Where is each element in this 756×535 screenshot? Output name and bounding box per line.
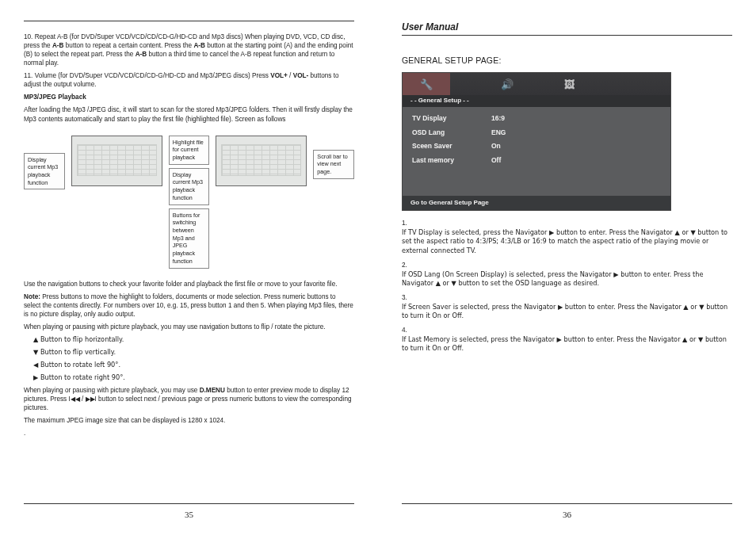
video-icon: 🖼	[564, 78, 575, 92]
note-label: Note:	[24, 293, 40, 300]
mp3-heading: MP3/JPEG Playback	[24, 93, 354, 101]
page-36: User Manual GENERAL SETUP PAGE: 🔧 🔊 🖼 - …	[378, 0, 756, 535]
callout-col-1: Display current Mp3 playback function	[24, 136, 65, 190]
callout-col-3: Scroll bar to view next page.	[313, 136, 354, 179]
item-10-label: 10. Repeat A-B	[24, 33, 70, 40]
preview-paragraph: When playing or pausing with picture pla…	[24, 386, 354, 412]
callout-col-2: Highlight file for current playback Disp…	[169, 136, 210, 269]
item-text: If OSD Lang (On Screen Display) is selec…	[402, 270, 704, 287]
setup-val: Off	[491, 156, 501, 165]
top-rule	[402, 35, 732, 36]
callout-display-mp3: Display current Mp3 playback function	[169, 168, 210, 205]
nav-check: Use the navigation buttons to check your…	[24, 280, 354, 289]
note-paragraph: Note: Press buttons to move the highligh…	[24, 292, 354, 319]
item-10-mid: button to repeat a certain content. Pres…	[64, 42, 194, 49]
setup-key: Last memory	[412, 156, 491, 165]
page-number: 36	[402, 504, 732, 521]
vol-plus: VOL+	[270, 72, 288, 79]
item-text: If Last Memory is selected, press the Na…	[402, 335, 727, 352]
btn-right: ▶ Button to rotate right 90°.	[24, 373, 354, 382]
volume-paragraph: 11. Volume (for DVD/Super VCD/VCD/CD/CD-…	[24, 71, 354, 89]
item-text: If TV Display is selected, press the Nav…	[402, 228, 727, 254]
wrench-icon: 🔧	[420, 78, 433, 92]
setup-row-saver: Sceen Saver On	[412, 139, 661, 153]
preview-1: When playing or pausing with picture pla…	[24, 387, 200, 394]
item-11-label: 11. Volume	[24, 72, 58, 79]
item-11-for: (for DVD/Super VCD/VCD/CD/CD-G/HD-CD and…	[58, 72, 270, 79]
vol-sep: /	[288, 72, 293, 79]
item-number: 3.	[402, 293, 732, 302]
top-rule	[24, 21, 354, 21]
mp3-intro: After loading the Mp3 /JPEG disc, it wil…	[24, 105, 354, 123]
btn-down: ▼ Button to flip vertically.	[24, 348, 354, 357]
playback-screenshot-1	[71, 136, 162, 186]
max-jpeg: The maximum JPEG image size that can be …	[24, 416, 354, 425]
setup-instructions-list: 1. If TV Display is selected, press the …	[402, 219, 732, 358]
setup-row-tv: TV Display 16:9	[412, 112, 661, 125]
setup-breadcrumb: - - General Setup - -	[403, 95, 670, 107]
setup-row-lastmem: Last memory Off	[412, 154, 661, 167]
callout-switch: Buttons for switching between Mp3 and JP…	[169, 208, 210, 269]
ab-bold-2: A-B	[193, 42, 205, 49]
setup-key: TV Display	[412, 114, 491, 123]
list-item: 3. If Screen Saver is selected, press th…	[402, 293, 732, 320]
callout-highlight: Highlight file for current playback	[169, 136, 210, 165]
btn-up: ▲ Button to flip horizontally.	[24, 335, 354, 344]
setup-val: On	[491, 142, 501, 151]
screenshot-col-1	[71, 136, 162, 186]
item-text: If Screen Saver is selected, press the N…	[402, 303, 727, 319]
playback-diagram: Display current Mp3 playback function Hi…	[24, 136, 354, 269]
pic-nav-intro: When playing or pausing with picture pla…	[24, 323, 354, 331]
screenshot-col-2	[216, 136, 307, 186]
btn-left: ◀ Button to rotate left 90°.	[24, 361, 354, 369]
item-number: 4.	[402, 326, 732, 334]
tab-general-icon: 🔧	[403, 73, 450, 95]
list-item: 2. If OSD Lang (On Screen Display) is se…	[402, 261, 732, 288]
stray-dot: .	[24, 429, 354, 438]
ab-bold-3: A-B	[136, 51, 147, 58]
setup-footer: Go to General Setup Page	[403, 196, 670, 210]
dmenu-label: D.MENU	[200, 387, 225, 394]
note-body: Press buttons to move the highlight to f…	[24, 293, 353, 318]
playback-screenshot-2	[216, 136, 307, 186]
setup-tabbar: 🔧 🔊 🖼	[403, 73, 670, 95]
page-number: 35	[24, 504, 354, 521]
list-item: 4. If Last Memory is selected, press the…	[402, 326, 732, 353]
manual-header: User Manual	[402, 21, 732, 33]
repeat-ab-paragraph: 10. Repeat A-B (for DVD/Super VCD/VCD/CD…	[24, 32, 354, 67]
setup-val: ENG	[491, 128, 506, 137]
setup-body: TV Display 16:9 OSD Lang ENG Sceen Saver…	[403, 107, 670, 196]
general-setup-screenshot: 🔧 🔊 🖼 - - General Setup - - TV Display 1…	[402, 72, 671, 211]
item-number: 2.	[402, 261, 732, 269]
ab-bold-1: A-B	[52, 42, 64, 49]
callout-scroll: Scroll bar to view next page.	[313, 150, 354, 179]
item-number: 1.	[402, 219, 732, 227]
page-35: 10. Repeat A-B (for DVD/Super VCD/VCD/CD…	[0, 0, 378, 535]
list-item: 1. If TV Display is selected, press the …	[402, 219, 732, 254]
setup-key: OSD Lang	[412, 128, 491, 137]
vol-minus: VOL-	[293, 72, 309, 79]
setup-val: 16:9	[491, 114, 505, 123]
setup-key: Sceen Saver	[412, 142, 491, 151]
audio-icon: 🔊	[501, 78, 514, 92]
callout-display-func: Display current Mp3 playback function	[24, 153, 65, 190]
setup-row-osd: OSD Lang ENG	[412, 126, 661, 139]
section-title: GENERAL SETUP PAGE:	[402, 55, 732, 66]
